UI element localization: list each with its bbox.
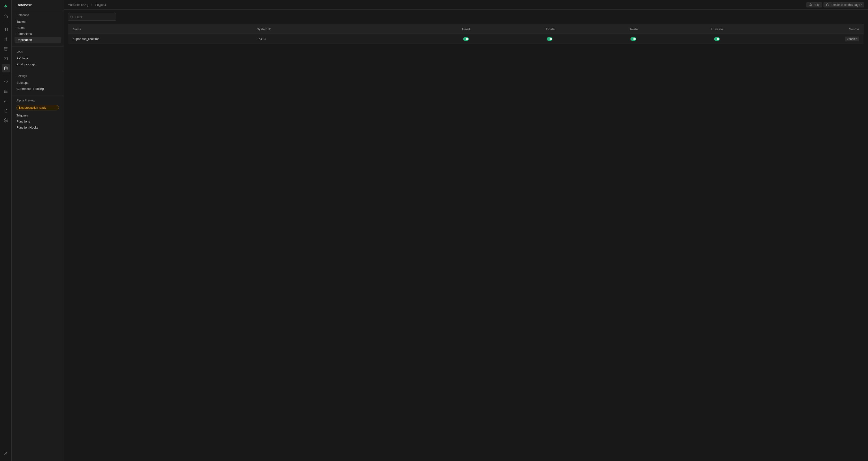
sidebar-section-database: Database Tables Roles Extensions Replica… bbox=[11, 10, 64, 46]
sidebar-item-roles[interactable]: Roles bbox=[14, 25, 61, 31]
col-header-truncate: Truncate bbox=[675, 27, 758, 31]
svg-point-17 bbox=[5, 120, 6, 121]
help-button[interactable]: Help bbox=[806, 2, 822, 7]
help-circle-icon bbox=[809, 3, 812, 6]
nav-docs-icon[interactable] bbox=[2, 106, 10, 115]
sidebar-item-triggers[interactable]: Triggers bbox=[14, 112, 61, 118]
svg-point-13 bbox=[4, 92, 5, 93]
sidebar-item-function-hooks[interactable]: Function Hooks bbox=[14, 124, 61, 130]
sidebar-section-label: Logs bbox=[14, 50, 61, 55]
table-header: Name System ID Insert Update Delete Trun… bbox=[68, 24, 864, 34]
sidebar-title: Database bbox=[11, 0, 64, 10]
sidebar-section-label: Settings bbox=[14, 74, 61, 80]
breadcrumb-separator: / bbox=[91, 3, 92, 6]
sidebar-item-postgres-logs[interactable]: Postgres logs bbox=[14, 61, 61, 67]
sidebar-section-label: Alpha Preview bbox=[14, 99, 61, 104]
feedback-button[interactable]: Feedback on this page? bbox=[824, 2, 864, 7]
sidebar-item-api-logs[interactable]: API logs bbox=[14, 55, 61, 61]
sidebar-item-replication[interactable]: Replication bbox=[14, 37, 61, 43]
nav-table-editor-icon[interactable] bbox=[2, 25, 10, 34]
help-button-label: Help bbox=[813, 3, 819, 6]
sidebar-section-label: Database bbox=[14, 13, 61, 19]
alpha-preview-badge: Not production ready bbox=[17, 105, 59, 111]
svg-point-18 bbox=[5, 452, 6, 454]
breadcrumb-org[interactable]: MaxLeiter's Org bbox=[68, 3, 88, 6]
col-header-source: Source bbox=[759, 27, 859, 31]
sidebar-item-connection-pooling[interactable]: Connection Pooling bbox=[14, 86, 61, 92]
source-button[interactable]: 0 tables bbox=[845, 36, 859, 41]
toggle-update[interactable] bbox=[547, 37, 552, 41]
svg-rect-5 bbox=[4, 57, 7, 60]
svg-rect-0 bbox=[4, 28, 7, 31]
sidebar-item-backups[interactable]: Backups bbox=[14, 80, 61, 86]
sidebar-section-settings: Settings Backups Connection Pooling bbox=[11, 71, 64, 95]
sidebar-section-logs: Logs API logs Postgres logs bbox=[11, 46, 64, 71]
col-header-insert: Insert bbox=[424, 27, 507, 31]
sidebar-item-extensions[interactable]: Extensions bbox=[14, 31, 61, 37]
nav-api-icon[interactable] bbox=[2, 78, 10, 86]
sidebar-item-tables[interactable]: Tables bbox=[14, 19, 61, 25]
col-header-delete: Delete bbox=[591, 27, 675, 31]
filter-input[interactable] bbox=[68, 13, 116, 21]
nav-sql-editor-icon[interactable] bbox=[2, 55, 10, 63]
svg-point-3 bbox=[5, 38, 6, 39]
breadcrumb-project[interactable]: blogpost bbox=[95, 3, 106, 6]
main-content: MaxLeiter's Org / blogpost Help Feedback… bbox=[64, 0, 868, 461]
svg-point-20 bbox=[810, 5, 811, 6]
sidebar-item-functions[interactable]: Functions bbox=[14, 118, 61, 124]
svg-point-11 bbox=[4, 90, 5, 91]
brand-logo[interactable] bbox=[2, 2, 10, 10]
toggle-delete[interactable] bbox=[630, 37, 636, 41]
col-header-update: Update bbox=[508, 27, 591, 31]
filter-wrap bbox=[68, 13, 116, 21]
app-root: Database Database Tables Roles Extension… bbox=[0, 0, 868, 461]
cell-name: supabase_realtime bbox=[73, 37, 257, 41]
nav-reports-icon[interactable] bbox=[2, 97, 10, 105]
nav-storage-icon[interactable] bbox=[2, 45, 10, 53]
nav-auth-icon[interactable] bbox=[2, 35, 10, 43]
topbar: MaxLeiter's Org / blogpost Help Feedback… bbox=[64, 0, 868, 10]
cell-system-id: 16413 bbox=[257, 37, 424, 41]
col-header-name: Name bbox=[73, 27, 257, 31]
search-icon bbox=[70, 15, 73, 19]
nav-list-icon[interactable] bbox=[2, 87, 10, 95]
rail-divider bbox=[3, 75, 8, 75]
publications-table: Name System ID Insert Update Delete Trun… bbox=[68, 24, 864, 44]
nav-account-icon[interactable] bbox=[2, 450, 10, 458]
svg-point-12 bbox=[4, 91, 5, 92]
toggle-truncate[interactable] bbox=[714, 37, 720, 41]
breadcrumb: MaxLeiter's Org / blogpost bbox=[68, 3, 106, 6]
nav-database-icon[interactable] bbox=[2, 64, 10, 72]
icon-rail bbox=[0, 0, 11, 461]
svg-line-22 bbox=[72, 18, 73, 18]
col-header-system-id: System ID bbox=[257, 27, 424, 31]
svg-point-4 bbox=[6, 38, 7, 39]
toggle-insert[interactable] bbox=[463, 37, 469, 41]
sidebar: Database Database Tables Roles Extension… bbox=[11, 0, 64, 461]
message-circle-icon bbox=[826, 3, 829, 6]
svg-point-21 bbox=[70, 16, 72, 18]
svg-point-7 bbox=[4, 67, 7, 68]
table-row: supabase_realtime 16413 0 tables bbox=[68, 34, 864, 43]
sidebar-section-alpha: Alpha Preview Not production ready Trigg… bbox=[11, 95, 64, 134]
nav-settings-icon[interactable] bbox=[2, 116, 10, 124]
nav-home-icon[interactable] bbox=[2, 12, 10, 20]
content-area: Name System ID Insert Update Delete Trun… bbox=[64, 10, 868, 47]
feedback-button-label: Feedback on this page? bbox=[831, 3, 862, 6]
